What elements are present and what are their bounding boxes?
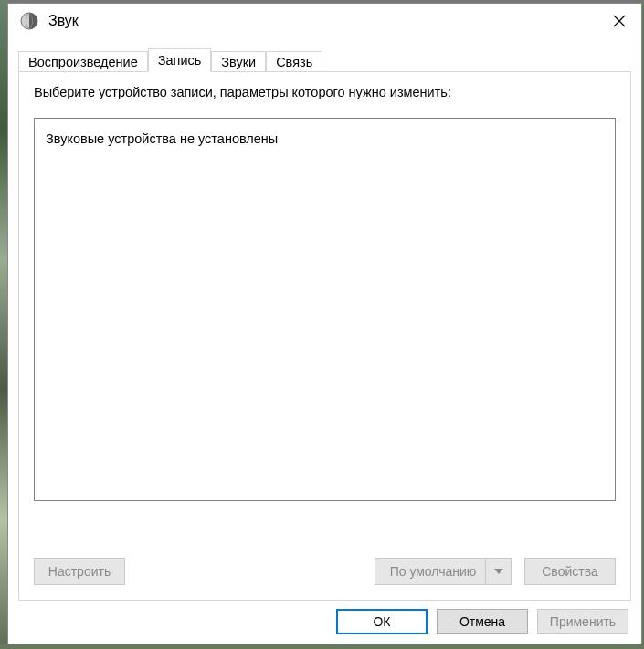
window-title: Звук <box>48 13 79 29</box>
tab-panel-recording: Выберите устройство записи, параметры ко… <box>18 71 631 601</box>
dialog-button-row: ОК Отмена Применить <box>8 601 641 644</box>
properties-button: Свойства <box>524 558 616 585</box>
desktop-bg-bottom <box>0 644 644 649</box>
device-list[interactable]: Звуковые устройства не установлены <box>34 118 616 501</box>
tab-area: Воспроизведение Запись Звуки Связь Выбер… <box>8 38 641 601</box>
set-default-button: По умолчанию <box>375 558 512 585</box>
panel-bottom-buttons: Настроить По умолчанию Свойства <box>34 558 616 585</box>
tab-row: Воспроизведение Запись Звуки Связь <box>18 47 631 71</box>
desktop-bg-left <box>0 0 7 649</box>
apply-button: Применить <box>537 609 628 634</box>
chevron-down-icon <box>485 559 511 584</box>
tab-communications[interactable]: Связь <box>266 51 322 72</box>
titlebar: Звук <box>8 4 641 38</box>
empty-device-message: Звуковые устройства не установлены <box>46 131 278 146</box>
close-icon <box>613 15 626 27</box>
ok-button[interactable]: ОК <box>336 609 428 634</box>
sound-dialog-window: Звук Воспроизведение Запись Звуки Связь … <box>7 3 642 644</box>
cancel-button[interactable]: Отмена <box>437 609 528 634</box>
tab-playback[interactable]: Воспроизведение <box>18 51 148 72</box>
tab-sounds[interactable]: Звуки <box>211 51 266 72</box>
configure-button: Настроить <box>34 558 125 585</box>
tab-recording[interactable]: Запись <box>148 48 212 72</box>
instruction-text: Выберите устройство записи, параметры ко… <box>34 85 616 99</box>
sound-icon <box>19 11 39 31</box>
set-default-label: По умолчанию <box>390 564 477 579</box>
close-button[interactable] <box>597 4 641 38</box>
